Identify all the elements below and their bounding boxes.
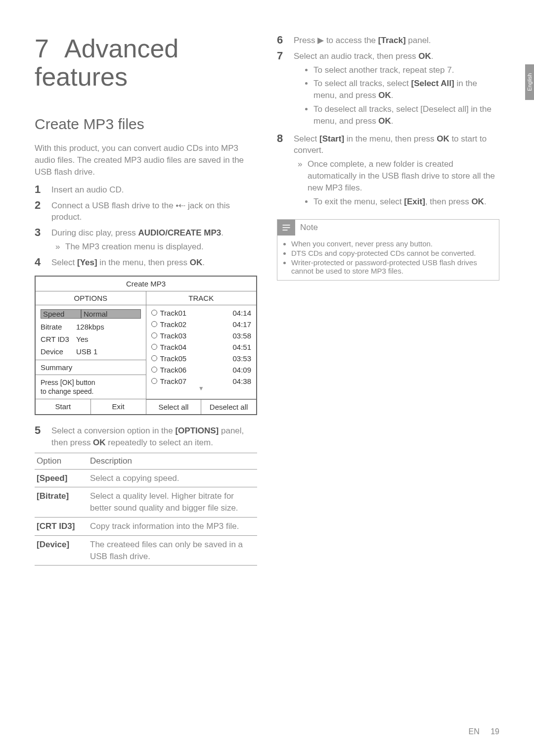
radio-icon: [151, 310, 157, 316]
hint-text: Press [OK] button to change speed.: [36, 375, 146, 399]
radio-icon: [151, 332, 157, 338]
step-text: Insert an audio CD.: [51, 184, 257, 196]
radio-icon: [151, 367, 157, 373]
step-result: Once complete, a new folder is created a…: [294, 158, 499, 193]
deselect-all-cell: Deselect all: [201, 399, 256, 414]
step-number: 3: [35, 227, 51, 238]
summary-row: Summary: [36, 360, 146, 375]
option-row: CRT ID3 Yes: [36, 333, 146, 345]
language-tab: English: [525, 64, 534, 100]
note-item: Writer-protected or password-protected U…: [291, 258, 493, 275]
step-number: 6: [277, 35, 294, 46]
chapter-heading: 7Advanced features: [35, 35, 257, 91]
svg-rect-0: [283, 225, 290, 226]
select-all-cell: Select all: [146, 399, 202, 414]
step-text: Select a conversion option in the [OPTIO…: [51, 425, 257, 449]
radio-icon: [151, 321, 157, 327]
start-cell: Start: [36, 399, 91, 414]
step-text: Press ▶ to access the [Track] panel.: [294, 35, 499, 47]
track-header: TRACK: [146, 291, 257, 305]
track-row: Track0303:58: [146, 330, 257, 341]
step-text: During disc play, press AUDIO/CREATE MP3…: [51, 227, 257, 253]
step-number: 2: [35, 200, 51, 211]
step-text: Select [Start] in the menu, then press O…: [294, 133, 499, 210]
sub-bullet: To select all tracks, select [Select All…: [313, 78, 499, 101]
note-item: DTS CDs and copy-protected CDs cannot be…: [291, 249, 493, 257]
svg-rect-1: [283, 228, 290, 229]
option-row: Bitrate 128kbps: [36, 321, 146, 333]
table-head-option: Option: [35, 453, 88, 469]
step-text: Select [Yes] in the menu, then press OK.: [51, 257, 257, 269]
exit-cell: Exit: [91, 399, 146, 414]
page-footer: EN 19: [469, 727, 499, 736]
step-text: Connect a USB flash drive to the •⇠ jack…: [51, 200, 257, 224]
track-row: Track0604:09: [146, 364, 257, 376]
radio-icon: [151, 355, 157, 361]
scroll-down-icon: ▼: [146, 387, 257, 390]
sub-bullet: To deselect all tracks, select [Deselect…: [313, 103, 499, 127]
usb-icon: •⇠: [176, 200, 185, 212]
note-icon: [277, 220, 295, 236]
option-row: Speed Normal: [36, 307, 146, 321]
track-row: Track0503:53: [146, 353, 257, 364]
option-row: Device USB 1: [36, 345, 146, 358]
note-title: Note: [295, 223, 318, 233]
track-row: Track0204:17: [146, 319, 257, 330]
step-number: 7: [277, 50, 294, 61]
step-number: 5: [35, 425, 51, 436]
table-row: [Device] The createed files can only be …: [35, 535, 257, 566]
options-table: Option Description [Speed] Select a copy…: [35, 453, 257, 566]
table-head-desc: Description: [88, 453, 257, 469]
options-header: OPTIONS: [36, 291, 146, 305]
note-item: When you convert, never press any button…: [291, 239, 493, 248]
step-number: 4: [35, 257, 51, 268]
page-number: 19: [490, 727, 499, 736]
intro-paragraph: With this product, you can convert audio…: [35, 142, 257, 178]
track-row: Track0104:14: [146, 307, 257, 319]
table-row: [Speed] Select a copying speed.: [35, 469, 257, 487]
sub-bullet: To select another track, repeat step 7.: [313, 64, 499, 76]
panel-title: Create MP3: [36, 277, 256, 291]
chapter-number: 7: [35, 35, 64, 63]
radio-icon: [151, 378, 157, 384]
table-row: [Bitrate] Select a quality level. Higher…: [35, 487, 257, 518]
radio-icon: [151, 344, 157, 350]
footer-lang: EN: [469, 727, 480, 736]
sub-bullet: To exit the menu, select [Exit], then pr…: [313, 196, 499, 208]
section-heading: Create MP3 files: [35, 116, 257, 133]
step-result: The MP3 creation menu is displayed.: [51, 241, 257, 253]
step-number: 8: [277, 133, 294, 144]
track-row: Track0404:51: [146, 341, 257, 353]
create-mp3-panel: Create MP3 OPTIONS Speed Normal Bitrate …: [35, 276, 257, 415]
svg-rect-2: [283, 230, 288, 231]
step-text: Select an audio track, then press OK. To…: [294, 50, 499, 129]
note-box: Note When you convert, never press any b…: [277, 219, 499, 281]
table-row: [CRT ID3] Copy track information into th…: [35, 517, 257, 535]
step-number: 1: [35, 184, 51, 195]
